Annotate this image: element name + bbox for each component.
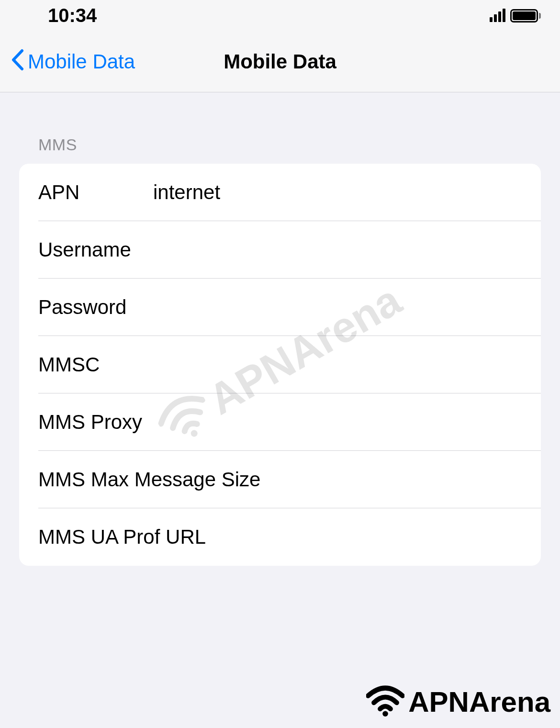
- wifi-icon: [366, 685, 404, 718]
- settings-group: APN Username Password MMSC MMS Proxy MMS…: [19, 164, 541, 566]
- mms-ua-prof-row[interactable]: MMS UA Prof URL: [19, 508, 541, 566]
- status-indicators: [490, 9, 541, 22]
- page-title: Mobile Data: [224, 50, 336, 73]
- password-label: Password: [38, 296, 153, 319]
- svg-point-1: [382, 711, 388, 717]
- username-input[interactable]: [153, 238, 522, 261]
- password-input[interactable]: [153, 296, 522, 319]
- password-row[interactable]: Password: [19, 279, 541, 336]
- mms-proxy-row[interactable]: MMS Proxy: [19, 393, 541, 451]
- status-time: 10:34: [48, 5, 97, 26]
- username-row[interactable]: Username: [19, 221, 541, 279]
- apn-row[interactable]: APN: [19, 164, 541, 221]
- apn-input[interactable]: [153, 181, 522, 204]
- battery-icon: [510, 9, 541, 22]
- mms-ua-prof-label: MMS UA Prof URL: [38, 526, 522, 549]
- navigation-bar: Mobile Data Mobile Data: [0, 31, 560, 92]
- back-button[interactable]: Mobile Data: [0, 49, 135, 75]
- username-label: Username: [38, 238, 153, 261]
- section-header: MMS: [19, 92, 541, 164]
- back-label: Mobile Data: [28, 50, 135, 73]
- mmsc-input[interactable]: [153, 353, 522, 376]
- status-bar: 10:34: [0, 0, 560, 31]
- mms-proxy-label: MMS Proxy: [38, 411, 153, 434]
- mms-max-size-label: MMS Max Message Size: [38, 468, 522, 491]
- mms-proxy-input[interactable]: [153, 411, 522, 434]
- footer-logo-text: APNArena: [408, 685, 550, 718]
- mmsc-label: MMSC: [38, 353, 153, 376]
- cellular-signal-icon: [490, 10, 505, 22]
- footer-logo: APNArena: [366, 685, 550, 718]
- content-area: MMS APN Username Password MMSC MMS Proxy…: [0, 92, 560, 566]
- apn-label: APN: [38, 181, 153, 204]
- mms-max-size-row[interactable]: MMS Max Message Size: [19, 451, 541, 508]
- chevron-left-icon: [11, 49, 24, 75]
- mmsc-row[interactable]: MMSC: [19, 336, 541, 393]
